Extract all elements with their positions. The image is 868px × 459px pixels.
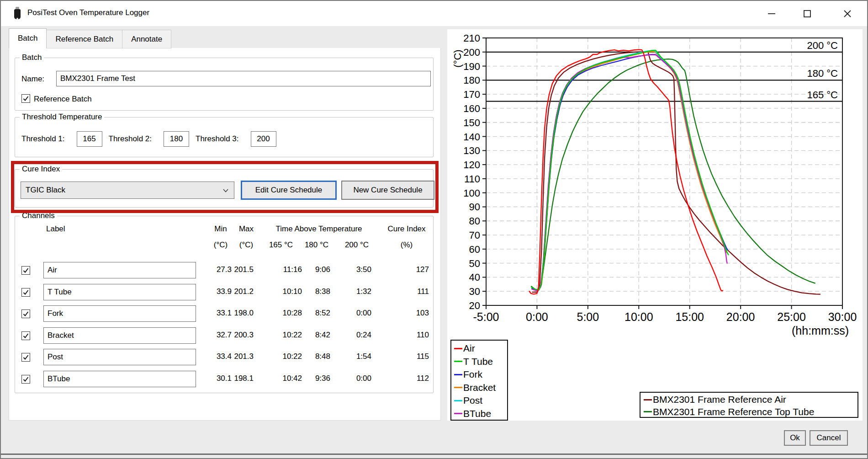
new-cure-schedule-button[interactable]: New Cure Schedule: [341, 181, 434, 200]
cancel-button[interactable]: Cancel: [810, 430, 848, 446]
legend-label: Post: [463, 395, 482, 406]
x-tick-label: 15:00: [675, 310, 704, 323]
maximize-button[interactable]: [794, 1, 820, 26]
channel-label-input[interactable]: [43, 327, 196, 344]
legend-item-air: Air: [454, 342, 507, 355]
batch-group: Batch Name: Reference Batch: [15, 58, 434, 111]
check-icon: [23, 311, 29, 317]
channel-row-btube: 30.1198.110:429:360:00112: [15, 371, 433, 389]
x-tick-label: 0:00: [526, 310, 548, 323]
channel-t180-value: 8:48: [315, 352, 330, 361]
channel-row-fork: 33.1198.010:288:520:00103: [15, 305, 433, 324]
channel-label-input[interactable]: [43, 284, 196, 300]
threshold-group-title: Threshold Temperature: [20, 112, 104, 122]
y-tick-label: 120: [463, 159, 480, 171]
channel-max-value: 198.0: [234, 309, 254, 318]
col-header-cure-unit: (%): [401, 240, 413, 250]
col-header-165: 165 °C: [269, 240, 293, 250]
channel-t165-value: 10:22: [282, 331, 302, 340]
legend-label: BMX2301 Frame Reference Air: [653, 394, 786, 405]
y-tick-label: 180: [463, 75, 480, 86]
col-header-180: 180 °C: [305, 240, 328, 250]
col-header-max: Max: [239, 224, 254, 234]
y-tick-label: 190: [463, 61, 480, 72]
channel-t200-value: 0:24: [356, 331, 371, 340]
threshold-2-input[interactable]: [164, 131, 189, 147]
x-tick-label: 30:00: [828, 310, 857, 323]
col-header-label: Label: [46, 224, 65, 234]
tab-reference-batch[interactable]: Reference Batch: [46, 30, 122, 48]
channel-max-value: 198.1: [234, 374, 254, 383]
y-tick-label: 160: [463, 103, 480, 114]
channel-label-input[interactable]: [43, 371, 196, 387]
ok-button[interactable]: Ok: [784, 430, 806, 446]
y-axis-label: (°C): [452, 49, 463, 67]
channel-row-bracket: 32.7200.310:228:420:24110: [15, 327, 433, 346]
channel-t165-value: 10:28: [282, 309, 302, 318]
legend-label: BMX2301 Frame Reference Top Tube: [653, 406, 814, 417]
threshold-label: 200 °C: [807, 40, 838, 51]
channel-label-input[interactable]: [43, 349, 196, 365]
channels-group: Channels Label Min Max Time Above Temper…: [15, 216, 434, 393]
series-bmx2301-frame-reference-top-tube: [531, 59, 815, 290]
close-icon: [842, 9, 852, 19]
channel-checkbox-air[interactable]: [21, 266, 30, 275]
close-button[interactable]: [834, 1, 861, 26]
col-header-min: Min: [214, 224, 227, 234]
channel-cure-value: 111: [417, 287, 429, 296]
maximize-icon: [802, 9, 812, 19]
minimize-button[interactable]: [758, 1, 785, 26]
reference-batch-label: Reference Batch: [34, 95, 92, 104]
threshold-2-label: Threshold 2:: [109, 134, 152, 144]
tab-batch[interactable]: Batch: [9, 28, 47, 48]
x-tick-label: 25:00: [777, 310, 806, 323]
batch-name-input[interactable]: [56, 71, 431, 86]
threshold-1-input[interactable]: [77, 131, 102, 147]
y-tick-label: 90: [469, 201, 480, 213]
channel-label-input[interactable]: [43, 305, 196, 322]
channel-cure-value: 103: [416, 309, 429, 318]
channel-checkbox-fork[interactable]: [21, 310, 30, 318]
channel-t165-value: 10:10: [282, 287, 302, 296]
channel-checkbox-btube[interactable]: [21, 375, 30, 384]
legend-dash-icon: [454, 400, 462, 401]
channel-checkbox-post[interactable]: [21, 353, 30, 362]
channel-min-value: 32.7: [217, 331, 232, 340]
channel-label-input[interactable]: [43, 262, 196, 278]
check-icon: [23, 354, 29, 360]
legend-dash-icon: [454, 374, 462, 375]
col-header-min-unit: (°C): [214, 240, 228, 250]
col-header-cure: Cure Index: [387, 224, 425, 234]
cure-schedule-dropdown[interactable]: TGIC Black: [21, 181, 234, 199]
reference-batch-checkbox[interactable]: [21, 94, 30, 103]
x-axis-label: (hh:mm:ss): [792, 324, 849, 337]
channel-min-value: 33.1: [217, 309, 232, 318]
channel-t180-value: 9:06: [315, 265, 330, 274]
tab-annotate[interactable]: Annotate: [122, 30, 171, 48]
legend-label: T Tube: [463, 356, 493, 367]
channel-min-value: 33.4: [217, 352, 232, 361]
edit-cure-schedule-button[interactable]: Edit Cure Schedule: [241, 181, 337, 200]
channel-t180-value: 9:36: [315, 374, 330, 383]
legend-label: Fork: [463, 369, 482, 380]
y-tick-label: 140: [463, 131, 480, 143]
channel-max-value: 201.2: [234, 287, 254, 296]
legend-dash-icon: [454, 387, 462, 388]
channel-cure-value: 112: [417, 374, 429, 383]
channel-checkbox-bracket[interactable]: [21, 331, 30, 340]
threshold-3-label: Threshold 3:: [196, 134, 239, 144]
legend-dash-icon: [454, 361, 462, 362]
check-icon: [23, 267, 29, 273]
channel-max-value: 201.3: [234, 352, 254, 361]
channel-t200-value: 0:00: [356, 309, 371, 318]
threshold-3-input[interactable]: [251, 131, 276, 147]
threshold-label: 165 °C: [807, 89, 838, 101]
channel-checkbox-t-tube[interactable]: [21, 288, 30, 297]
name-label: Name:: [21, 75, 44, 84]
y-tick-label: 170: [463, 89, 480, 100]
temperature-chart: 200 °C180 °C165 °C2030405060708090100110…: [447, 29, 863, 422]
channel-cure-value: 115: [417, 352, 429, 361]
channel-t180-value: 8:42: [315, 331, 330, 340]
channel-t165-value: 10:22: [282, 352, 302, 361]
legend-ref-item-bmx2301-frame-reference-top-tube: BMX2301 Frame Reference Top Tube: [644, 406, 857, 418]
